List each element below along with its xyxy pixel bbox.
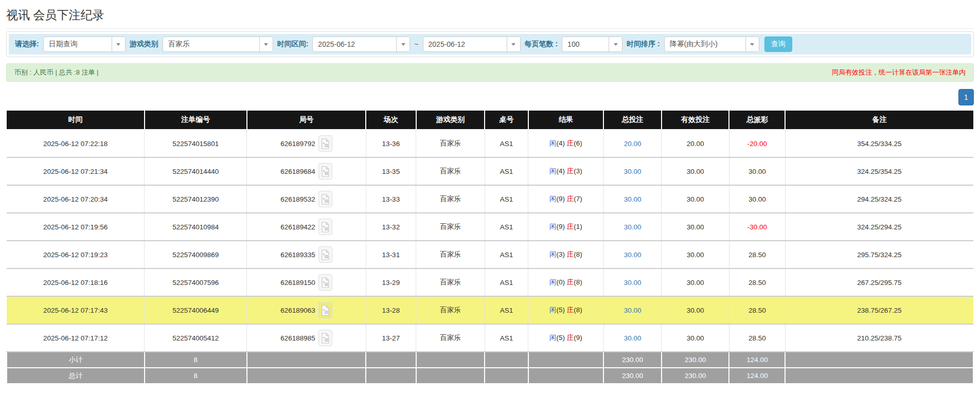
cell-table-no: AS1 [485,213,528,241]
cell-remark: 295.75/324.25 [785,241,973,268]
video-record-icon [321,305,330,316]
cell-table-no: AS1 [485,157,528,185]
chevron-down-icon [745,37,759,51]
video-record-button[interactable] [318,330,332,346]
date-from-input[interactable]: 2025-06-12 [312,37,410,52]
cell-payout: 30.00 [729,157,785,185]
summary-row: 总计8230.00230.00124.00 [7,368,973,384]
table-row: 2025-06-12 07:18:16 522574007596 6261891… [7,268,973,296]
per-page-label: 每页笔数 : [525,40,558,49]
cell-round-id: 626189422 [247,213,366,241]
cell-bet-id: 522574010984 [145,213,247,241]
cell-game-type: 百家乐 [416,324,485,352]
video-record-button[interactable] [318,302,332,318]
cell-bet-id: 522574007596 [145,268,247,296]
cell-game-type: 百家乐 [416,241,485,268]
cell-valid-bet: 30.00 [662,241,729,268]
cell-round-id: 626189684 [247,157,366,185]
cell-total-bet[interactable]: 30.00 [603,157,662,185]
cell-bet-id: 522574014440 [145,157,247,185]
page-1-button[interactable]: 1 [958,89,974,105]
column-header: 结果 [528,111,604,130]
cell-time: 2025-06-12 07:17:12 [7,324,145,352]
video-record-icon [321,138,330,149]
summary-cell-count: 8 [145,352,247,368]
summary-row: 小计8230.00230.00124.00 [7,352,973,368]
cell-remark: 294.25/324.25 [785,185,973,213]
video-record-button[interactable] [318,246,332,263]
cell-valid-bet: 30.00 [662,185,729,213]
cell-session: 13-28 [366,296,416,324]
search-button[interactable]: 查询 [764,37,792,52]
round-id-text: 626189422 [280,223,315,231]
column-header: 总派彩 [729,111,785,130]
video-record-icon [321,222,330,232]
cell-total-bet[interactable]: 30.00 [603,268,662,296]
cell-result: 闲(5) 庄(9) [528,324,604,352]
cell-total-bet[interactable]: 30.00 [603,241,662,268]
result-player-score: (5) [557,334,565,342]
cell-table-no: AS1 [485,185,528,213]
result-player-score: (9) [557,223,565,230]
summary-cell-total_bet: 230.00 [603,352,662,368]
result-banker-label: 庄 [567,250,574,258]
result-player-label: 闲 [549,250,557,258]
filter-panel: 请选择: 日期查询 游戏类别 百家乐 时间区间: 2025-06-12 ~ 20… [6,31,974,57]
result-banker-score: (9) [574,334,582,342]
cell-bet-id: 522574005412 [145,324,247,352]
video-record-button[interactable] [318,191,332,207]
result-player-score: (4) [557,167,565,175]
cell-session: 13-36 [366,130,416,157]
cell-game-type: 百家乐 [416,268,485,296]
cell-game-type: 百家乐 [416,185,485,213]
result-player-label: 闲 [549,306,557,314]
sort-select[interactable]: 降幂(由大到小) [664,37,759,52]
date-to-input[interactable]: 2025-06-12 [423,37,521,52]
summary-cell-valid_bet: 230.00 [662,352,729,368]
result-banker-score: (7) [574,195,582,203]
result-player-score: (4) [557,139,565,147]
cell-session: 13-29 [366,268,416,296]
round-id-text: 626189150 [280,279,315,286]
page-title: 视讯 会员下注纪录 [6,7,974,29]
cell-round-id: 626189335 [247,241,366,268]
cell-round-id: 626189792 [247,130,366,157]
video-record-button[interactable] [318,219,332,235]
cell-time: 2025-06-12 07:19:23 [7,241,145,268]
video-record-button[interactable] [318,274,332,291]
cell-round-id: 626189532 [247,185,366,213]
summary-cell-empty [416,352,485,368]
result-banker-score: (1) [574,223,582,230]
cell-total-bet[interactable]: 30.00 [603,324,662,352]
game-type-select[interactable]: 百家乐 [163,37,273,52]
cell-game-type: 百家乐 [416,213,485,241]
cell-total-bet[interactable]: 30.00 [603,185,662,213]
result-banker-score: (8) [574,306,582,314]
query-type-select[interactable]: 日期查询 [43,37,126,52]
summary-cell-payout: 124.00 [729,368,785,384]
per-page-value: 100 [562,40,609,48]
summary-cell-count: 8 [145,368,247,384]
column-header: 注单编号 [145,111,247,130]
per-page-select[interactable]: 100 [562,37,622,52]
cell-valid-bet: 30.00 [662,213,729,241]
cell-total-bet[interactable]: 30.00 [603,296,662,324]
summary-cell-empty [785,368,973,384]
result-player-label: 闲 [549,334,557,342]
query-type-value: 日期查询 [44,40,112,49]
cell-time: 2025-06-12 07:18:16 [7,268,145,296]
result-banker-score: (8) [574,278,582,286]
cell-total-bet[interactable]: 20.00 [603,130,662,157]
cell-remark: 267.25/295.75 [785,268,973,296]
video-record-button[interactable] [318,163,332,179]
video-record-button[interactable] [318,135,332,152]
summary-cell-valid_bet: 230.00 [662,368,729,384]
result-banker-score: (8) [574,250,582,258]
cell-total-bet[interactable]: 30.00 [603,213,662,241]
result-player-label: 闲 [549,223,557,230]
video-record-icon [321,166,330,177]
cell-time: 2025-06-12 07:19:56 [7,213,145,241]
result-player-label: 闲 [549,278,557,286]
result-banker-label: 庄 [567,223,574,230]
result-player-label: 闲 [549,167,557,175]
